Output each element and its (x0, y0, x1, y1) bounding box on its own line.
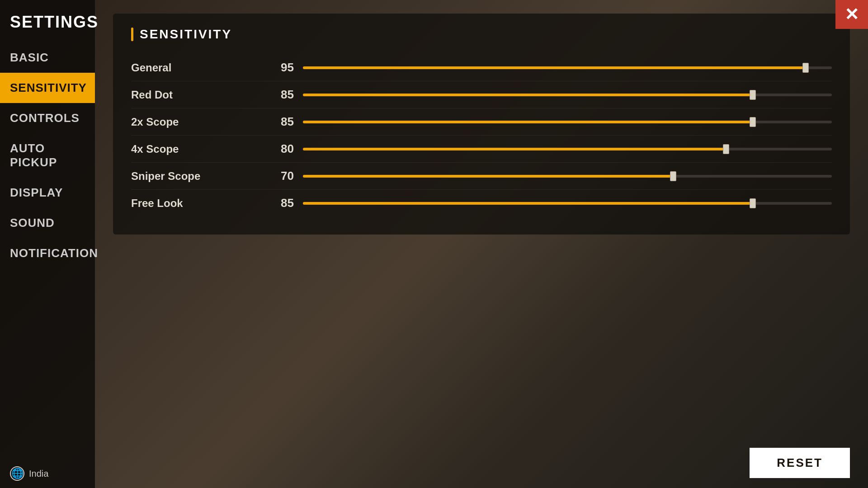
slider-fill (303, 94, 753, 96)
sensitivity-label: General (131, 61, 267, 74)
globe-icon: 🌐 (10, 466, 24, 481)
slider-fill (303, 202, 753, 205)
slider-container[interactable] (303, 144, 832, 155)
sidebar-item-notification[interactable]: NOTIFICATION (0, 238, 95, 268)
sensitivity-row-free-look: Free Look85 (131, 190, 832, 216)
slider-fill (303, 121, 753, 123)
sensitivity-row-red-dot: Red Dot85 (131, 81, 832, 108)
section-title-text: SENSITIVITY (140, 27, 232, 42)
close-button[interactable]: ✕ (835, 0, 868, 29)
sensitivity-label: Red Dot (131, 89, 267, 101)
slider-track (303, 202, 832, 205)
sensitivity-value: 95 (267, 61, 294, 75)
main-content: SENSITIVITY General95Red Dot852x Scope85… (95, 0, 868, 488)
sensitivity-row-2x-scope: 2x Scope85 (131, 108, 832, 136)
slider-fill (303, 66, 806, 69)
sensitivity-value: 85 (267, 88, 294, 102)
sidebar-item-auto-pickup[interactable]: AUTO PICKUP (0, 133, 95, 178)
sidebar-item-display[interactable]: DISPLAY (0, 178, 95, 208)
slider-container[interactable] (303, 198, 832, 209)
slider-container[interactable] (303, 171, 832, 182)
sensitivity-value: 80 (267, 142, 294, 156)
sidebar-item-sound[interactable]: SOUND (0, 208, 95, 238)
sidebar-footer: 🌐 India (0, 459, 95, 488)
close-icon: ✕ (844, 6, 859, 23)
slider-track (303, 175, 832, 178)
sensitivity-value: 85 (267, 115, 294, 129)
slider-fill (303, 148, 726, 150)
sidebar-nav: BASICSENSITIVITYCONTROLSAUTO PICKUPDISPL… (0, 42, 95, 459)
app-layout: SETTINGS BASICSENSITIVITYCONTROLSAUTO PI… (0, 0, 868, 488)
sensitivity-value: 85 (267, 196, 294, 210)
slider-thumb[interactable] (750, 117, 756, 127)
slider-track (303, 121, 832, 123)
sensitivity-label: Free Look (131, 197, 267, 210)
region-label: India (29, 469, 48, 479)
section-title: SENSITIVITY (131, 27, 832, 42)
sensitivity-label: 2x Scope (131, 116, 267, 128)
sensitivity-label: Sniper Scope (131, 170, 267, 183)
slider-thumb[interactable] (723, 144, 729, 154)
slider-thumb[interactable] (802, 63, 809, 73)
slider-thumb[interactable] (750, 90, 756, 100)
sensitivity-row-sniper-scope: Sniper Scope70 (131, 163, 832, 190)
content-panel: SENSITIVITY General95Red Dot852x Scope85… (113, 14, 850, 235)
slider-track (303, 148, 832, 150)
sensitivity-row-4x-scope: 4x Scope80 (131, 136, 832, 163)
app-title: SETTINGS (0, 5, 95, 42)
slider-track (303, 66, 832, 69)
sidebar-item-controls[interactable]: CONTROLS (0, 103, 95, 133)
slider-container[interactable] (303, 62, 832, 73)
slider-thumb[interactable] (750, 198, 756, 208)
section-title-bar (131, 28, 133, 41)
sensitivity-row-general: General95 (131, 54, 832, 81)
slider-container[interactable] (303, 117, 832, 127)
sensitivity-rows: General95Red Dot852x Scope854x Scope80Sn… (131, 54, 832, 216)
slider-thumb[interactable] (670, 171, 676, 181)
slider-container[interactable] (303, 89, 832, 100)
sensitivity-value: 70 (267, 169, 294, 183)
slider-fill (303, 175, 673, 178)
slider-track (303, 94, 832, 96)
sidebar: SETTINGS BASICSENSITIVITYCONTROLSAUTO PI… (0, 0, 95, 488)
sidebar-item-basic[interactable]: BASIC (0, 42, 95, 73)
sidebar-item-sensitivity[interactable]: SENSITIVITY (0, 73, 95, 103)
sensitivity-label: 4x Scope (131, 143, 267, 155)
